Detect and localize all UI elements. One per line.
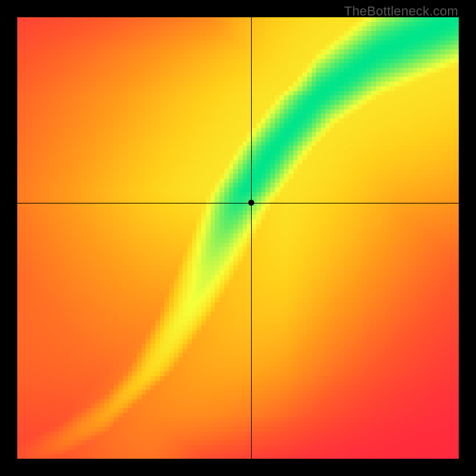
watermark-text: TheBottleneck.com (344, 4, 458, 19)
chart-container: TheBottleneck.com (0, 0, 476, 476)
overlay-canvas (0, 0, 476, 476)
